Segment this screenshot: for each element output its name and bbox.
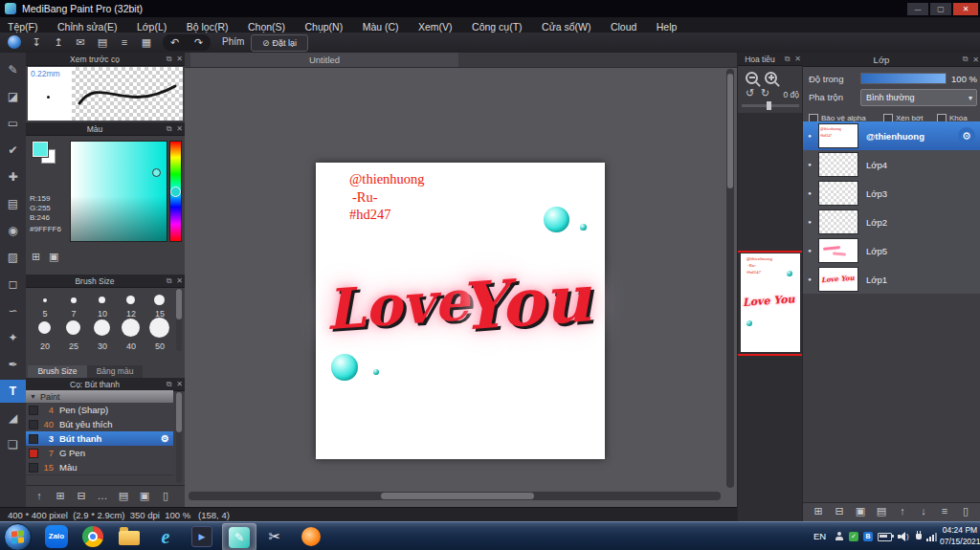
hue-slider[interactable]: [169, 141, 182, 242]
popout-icon[interactable]: ⧉: [164, 380, 174, 389]
clock[interactable]: 04:24 PM 07/15/2021: [940, 524, 980, 549]
tool-gradient[interactable]: ▨: [0, 246, 26, 269]
size-circle[interactable]: [43, 298, 47, 302]
taskbar-internet-explorer[interactable]: e: [149, 523, 182, 549]
undo-icon[interactable]: ↶: [170, 36, 179, 49]
add-brush-icon[interactable]: ⊞: [51, 490, 70, 502]
rotation-slider-knob[interactable]: [767, 101, 771, 110]
maximize-button[interactable]: ▢: [930, 3, 951, 15]
tab-brush-size[interactable]: Brush Size: [28, 365, 87, 378]
size-circle[interactable]: [99, 297, 105, 303]
redo-icon[interactable]: ↷: [194, 36, 203, 49]
navigator-view[interactable]: @thienhuong -Ru- #hd247 Love You: [738, 113, 803, 521]
panel-close-icon[interactable]: ✕: [174, 380, 185, 388]
visibility-dot-icon[interactable]: ●: [803, 276, 816, 282]
message-icon[interactable]: ✉: [73, 35, 88, 50]
trash-icon[interactable]: ▯: [156, 490, 175, 502]
reset-button[interactable]: ⊘ Đặt lại: [251, 34, 308, 52]
tool-transform[interactable]: ▤: [0, 192, 26, 215]
power-icon[interactable]: [915, 531, 923, 541]
save-icon[interactable]: ↧: [29, 35, 44, 50]
taskbar-media-app[interactable]: ▶: [186, 523, 218, 549]
panel-close-icon[interactable]: ✕: [970, 55, 980, 64]
panel-close-icon[interactable]: ✕: [174, 124, 185, 133]
taskbar-snipping-tool[interactable]: ✂: [258, 523, 291, 549]
tool-finish[interactable]: ✔: [0, 139, 26, 162]
layer-row[interactable]: ● Lớp3: [803, 179, 980, 209]
saturation-value-picker[interactable]: [70, 141, 167, 242]
brush-settings-icon[interactable]: ⚙: [161, 433, 169, 444]
visibility-dot-icon[interactable]: ●: [803, 190, 816, 196]
navigator-thumbnail[interactable]: @thienhuong -Ru- #hd247 Love You: [741, 253, 800, 352]
tool-magic-wand[interactable]: ✦: [0, 326, 26, 349]
tool-bucket[interactable]: ◉: [0, 219, 26, 242]
add-layer-icon[interactable]: ⊞: [809, 505, 828, 517]
zoom-in-icon[interactable]: [765, 72, 777, 84]
scrollbar-thumb[interactable]: [176, 289, 182, 319]
layer-folder-icon[interactable]: ▤: [872, 505, 891, 517]
tool-pen[interactable]: ✎: [0, 58, 26, 81]
delete-layer-icon[interactable]: ▯: [956, 505, 975, 517]
layer-row[interactable]: ● Lớp5: [803, 236, 980, 266]
start-button[interactable]: [4, 523, 32, 550]
canvas-tab[interactable]: Untitled: [190, 53, 458, 67]
grid-icon[interactable]: ▦: [139, 35, 154, 50]
visibility-dot-icon[interactable]: ●: [803, 162, 816, 167]
tab-palette[interactable]: Bảng màu: [87, 365, 143, 378]
volume-icon[interactable]: ): [898, 532, 909, 541]
layer-up-icon[interactable]: ↑: [893, 505, 912, 517]
blend-mode-select[interactable]: Bình thường ▾: [860, 89, 977, 106]
zoom-out-icon[interactable]: [746, 72, 758, 84]
duplicate-layer-icon[interactable]: ⊟: [830, 505, 849, 517]
popout-icon[interactable]: ⧉: [164, 276, 174, 286]
drawing-canvas[interactable]: @thienhuong -Ru- #hd247 Love You: [316, 163, 605, 459]
foreground-color-swatch[interactable]: [33, 142, 48, 157]
hue-knob[interactable]: [170, 187, 181, 197]
update-icon[interactable]: ✓: [849, 532, 858, 541]
remove-brush-icon[interactable]: ⊟: [72, 490, 91, 502]
panel-close-icon[interactable]: ✕: [174, 55, 185, 63]
tool-move[interactable]: ✚: [0, 165, 26, 188]
v-scrollbar-thumb[interactable]: [727, 74, 733, 188]
h-scrollbar-thumb[interactable]: [381, 493, 534, 499]
taskbar-medibang-active[interactable]: ✎: [222, 523, 256, 550]
battery-icon[interactable]: [878, 533, 892, 541]
size-circle[interactable]: [38, 321, 51, 334]
tool-lasso[interactable]: ∽: [0, 299, 26, 322]
popout-icon[interactable]: ⧉: [782, 55, 792, 64]
tool-select[interactable]: ◻: [0, 273, 26, 296]
tool-text[interactable]: T: [0, 380, 26, 403]
popout-icon[interactable]: ⧉: [164, 124, 174, 134]
brush-row[interactable]: 15 Màu: [26, 460, 173, 475]
rotate-left-icon[interactable]: ↺: [746, 87, 754, 99]
taskbar-browser[interactable]: [295, 523, 327, 549]
swap-colors-icon[interactable]: ▣: [49, 251, 58, 263]
popout-icon[interactable]: ⧉: [164, 55, 174, 64]
sv-indicator[interactable]: [152, 168, 161, 177]
brush-row[interactable]: 7 G Pen: [26, 446, 173, 461]
brush-group-row[interactable]: ▼ Paint: [26, 390, 173, 403]
brush-row[interactable]: 4 Pen (Sharp): [26, 403, 173, 418]
layer-down-icon[interactable]: ↓: [914, 505, 933, 517]
taskbar-folder[interactable]: [113, 523, 145, 549]
size-circle[interactable]: [66, 320, 80, 335]
brush-row-selected[interactable]: 3 Bút thanh ⚙: [26, 431, 173, 447]
network-icon[interactable]: [926, 532, 938, 541]
web-color-icon[interactable]: ⊞: [32, 251, 40, 263]
layer-menu-icon[interactable]: ≡: [935, 505, 954, 517]
brush-cursor-icon[interactable]: [8, 35, 21, 49]
tool-eraser[interactable]: ◪: [0, 85, 26, 108]
user-icon[interactable]: [835, 532, 844, 541]
size-circle[interactable]: [122, 319, 140, 337]
minimize-button[interactable]: —: [907, 3, 928, 15]
transfer-layer-icon[interactable]: ▣: [851, 505, 870, 517]
note-icon[interactable]: ▤: [95, 35, 110, 50]
tool-pen-nib[interactable]: ✒: [0, 353, 26, 376]
layer-row[interactable]: ● Lớp2: [803, 208, 980, 237]
upload-icon[interactable]: ↥: [51, 35, 66, 50]
close-button[interactable]: ✕: [953, 3, 978, 15]
list-icon[interactable]: ≡: [117, 35, 132, 50]
folder-icon[interactable]: ▤: [114, 490, 133, 502]
taskbar-zalo[interactable]: Zalo: [40, 523, 73, 549]
layer-row-selected[interactable]: ● @thienhuong #hd247 @thienhuong ⚙: [803, 121, 980, 151]
